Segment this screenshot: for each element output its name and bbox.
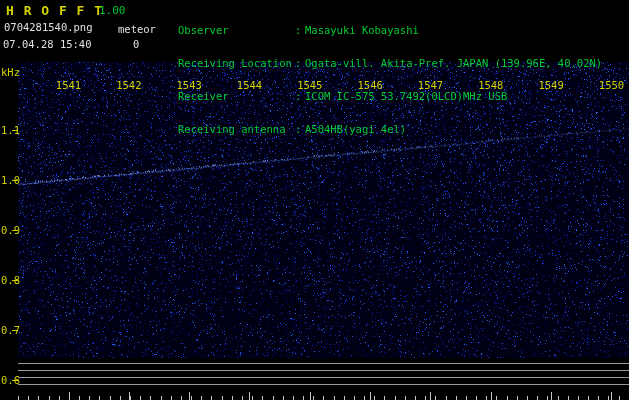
app-version: 1.00 xyxy=(99,5,126,16)
y-tick-label: 1.1 xyxy=(1,125,20,136)
y-tick-label: 0.8 xyxy=(1,275,20,286)
info-colon: : xyxy=(295,124,305,135)
app-title: H R O F F T xyxy=(6,4,103,17)
info-colon: : xyxy=(295,25,305,36)
info-row-receiver: Receiver:ICOM IC-575 53.7492(0LCD)MHz US… xyxy=(178,91,602,103)
info-label: Receiving Location xyxy=(178,58,295,69)
info-row-observer: Observer:Masayuki Kobayashi xyxy=(178,25,602,37)
info-value: Masayuki Kobayashi xyxy=(305,24,419,36)
x-tick-label: 1545 xyxy=(290,79,330,91)
info-value: ICOM IC-575 53.7492(0LCD)MHz USB xyxy=(305,90,507,102)
info-label: Observer xyxy=(178,25,295,36)
y-tick-label: 0.7 xyxy=(1,325,20,336)
info-colon: : xyxy=(295,91,305,102)
y-tick-label: 0.6 xyxy=(1,375,20,386)
info-label: Receiver xyxy=(178,91,295,102)
meteor-count-value: 0 xyxy=(133,39,139,50)
x-tick-label: 1541 xyxy=(49,79,89,91)
x-tick-label: 1550 xyxy=(591,79,629,91)
x-tick-label: 1547 xyxy=(410,79,450,91)
info-colon: : xyxy=(295,58,305,69)
y-axis-unit: kHz xyxy=(1,67,20,78)
y-tick-label: 1.0 xyxy=(1,175,20,186)
x-tick-label: 1542 xyxy=(109,79,149,91)
hrofft-output: H R O F F T 1.00 0704281540.png meteor 0… xyxy=(0,0,629,400)
x-tick-label: 1543 xyxy=(169,79,209,91)
info-label: Receiving antenna xyxy=(178,124,295,135)
capture-timestamp: 07.04.28 15:40 xyxy=(3,39,92,50)
info-value: A504HB(yagi 4el) xyxy=(305,123,406,135)
x-tick-label: 1548 xyxy=(471,79,511,91)
y-tick-label: 0.9 xyxy=(1,225,20,236)
x-tick-label: 1544 xyxy=(229,79,269,91)
meteor-count-label: meteor xyxy=(118,24,156,35)
info-value: Ogata-vill. Akita-Pref. JAPAN (139.96E, … xyxy=(305,57,602,69)
x-tick-label: 1549 xyxy=(531,79,571,91)
output-filename: 0704281540.png xyxy=(4,22,93,33)
x-tick-label: 1546 xyxy=(350,79,390,91)
info-row-location: Receiving Location:Ogata-vill. Akita-Pre… xyxy=(178,58,602,70)
info-row-antenna: Receiving antenna:A504HB(yagi 4el) xyxy=(178,124,602,136)
